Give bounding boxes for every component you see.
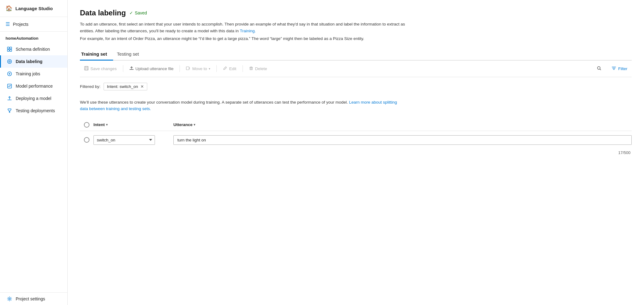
svg-rect-13: [250, 67, 252, 70]
edit-label: Edit: [229, 66, 236, 71]
upload-utterance-label: Upload utterance file: [136, 66, 174, 71]
saved-text: Saved: [135, 10, 147, 15]
sidebar: 🏠 Language Studio ☰ Projects homeAutomat…: [0, 0, 68, 305]
intent-sort-icon: ▾: [106, 123, 108, 126]
search-icon: [597, 66, 602, 72]
filter-icon: [611, 66, 616, 72]
filter-button[interactable]: Filter: [607, 64, 632, 74]
save-changes-button[interactable]: Save changes: [80, 64, 121, 73]
filter-tag-text: Intent: switch_on: [107, 84, 138, 89]
page-title: Data labeling: [80, 9, 126, 17]
main-content: Data labeling ✓ Saved To add an utteranc…: [68, 0, 644, 305]
tab-testing-set[interactable]: Testing set: [116, 48, 145, 61]
schema-definition-icon: [6, 47, 13, 52]
check-icon: ✓: [129, 10, 133, 15]
sidebar-item-training-jobs[interactable]: Training jobs: [0, 68, 67, 80]
row-checkbox-wrapper: [80, 137, 93, 143]
filter-tag-close-icon[interactable]: ✕: [140, 84, 144, 89]
sidebar-item-label-schema: Schema definition: [16, 47, 50, 52]
toolbar-right: Filter: [592, 64, 632, 74]
title-row: Data labeling ✓ Saved: [80, 9, 632, 17]
svg-point-8: [9, 298, 10, 300]
filter-tag[interactable]: Intent: switch_on ✕: [104, 83, 147, 90]
search-button[interactable]: [592, 64, 606, 74]
move-to-chevron-icon: ▾: [209, 67, 210, 70]
sidebar-title: Language Studio: [15, 6, 53, 11]
edit-button[interactable]: Edit: [219, 64, 240, 73]
sidebar-item-label-deploying: Deploying a model: [16, 96, 51, 101]
data-labeling-icon: [6, 59, 13, 64]
training-link[interactable]: Training.: [240, 29, 256, 33]
table-header-utterance[interactable]: Utterance ▾: [173, 122, 632, 127]
sidebar-nav: Schema definition Data labeling Training…: [0, 43, 67, 292]
delete-button[interactable]: Delete: [245, 64, 271, 73]
filter-row: Filtered by: Intent: switch_on ✕: [80, 83, 632, 90]
row-intent-cell: switch_on switch_off: [93, 135, 173, 145]
description-2: For example, for an intent of Order Pizz…: [80, 35, 418, 42]
sidebar-item-projects[interactable]: ☰ Projects: [0, 17, 67, 32]
settings-icon: [6, 296, 13, 301]
sidebar-header[interactable]: 🏠 Language Studio: [0, 0, 67, 17]
sidebar-item-label-data-labeling: Data labeling: [16, 59, 42, 64]
saved-badge: ✓ Saved: [129, 10, 147, 15]
sidebar-item-schema-definition[interactable]: Schema definition: [0, 43, 67, 55]
sidebar-item-label-testing: Testing deployments: [16, 108, 55, 113]
svg-rect-0: [7, 47, 9, 49]
sidebar-item-model-performance[interactable]: Model performance: [0, 80, 67, 92]
svg-rect-2: [7, 50, 9, 51]
tab-training-set[interactable]: Training set: [80, 48, 113, 61]
separator-3: [216, 65, 217, 72]
testing-icon: [6, 108, 13, 113]
table-row: switch_on switch_off: [80, 135, 632, 145]
sidebar-item-label-settings: Project settings: [16, 296, 45, 301]
sidebar-item-data-labeling[interactable]: Data labeling: [0, 55, 67, 68]
description-1: To add an utterance, first select an int…: [80, 21, 418, 34]
info-text: We’ll use these utterances to create you…: [80, 99, 403, 112]
table-header: Intent ▾ Utterance ▾: [80, 119, 632, 131]
utterance-input[interactable]: [173, 135, 632, 145]
move-to-icon: [186, 66, 190, 71]
svg-point-4: [8, 60, 12, 64]
sidebar-item-deploying-model[interactable]: Deploying a model: [0, 92, 67, 105]
intent-select[interactable]: switch_on switch_off: [93, 135, 155, 145]
sidebar-bottom: Project settings: [0, 292, 67, 305]
deploying-icon: [6, 96, 13, 101]
table-header-check: [80, 122, 93, 128]
row-utterance-cell: [173, 135, 632, 145]
delete-label: Delete: [255, 66, 267, 71]
project-name: homeAutomation: [0, 32, 67, 43]
svg-rect-1: [10, 47, 12, 49]
projects-icon: ☰: [6, 21, 10, 27]
separator-2: [180, 65, 180, 72]
svg-point-5: [9, 61, 10, 62]
home-icon: 🏠: [6, 5, 12, 12]
separator-1: [123, 65, 123, 72]
training-jobs-icon: [6, 71, 13, 76]
sidebar-item-label-training: Training jobs: [16, 71, 40, 76]
sidebar-item-project-settings[interactable]: Project settings: [0, 293, 67, 305]
sidebar-item-label-model: Model performance: [16, 84, 53, 89]
filtered-by-label: Filtered by:: [80, 84, 101, 89]
filter-label: Filter: [618, 66, 627, 71]
tabs: Training set Testing set: [80, 48, 632, 61]
delete-icon: [249, 66, 253, 71]
edit-icon: [223, 66, 227, 71]
separator-4: [243, 65, 243, 72]
utterance-sort-icon: ▾: [194, 123, 195, 126]
save-changes-label: Save changes: [90, 66, 117, 71]
model-performance-icon: [6, 84, 13, 89]
counter: 17/500: [80, 150, 632, 155]
svg-rect-3: [10, 50, 12, 51]
save-icon: [84, 66, 89, 71]
select-all-checkbox[interactable]: [84, 122, 89, 128]
upload-utterance-button[interactable]: Upload utterance file: [125, 64, 178, 73]
toolbar: Save changes Upload utterance file Move …: [80, 61, 632, 77]
row-checkbox[interactable]: [84, 137, 89, 143]
svg-rect-11: [85, 68, 88, 70]
table-header-intent[interactable]: Intent ▾: [93, 122, 173, 127]
move-to-button[interactable]: Move to ▾: [182, 64, 215, 73]
svg-rect-12: [186, 67, 189, 70]
projects-label: Projects: [13, 22, 29, 27]
sidebar-item-testing-deployments[interactable]: Testing deployments: [0, 105, 67, 117]
move-to-label: Move to: [192, 66, 207, 71]
